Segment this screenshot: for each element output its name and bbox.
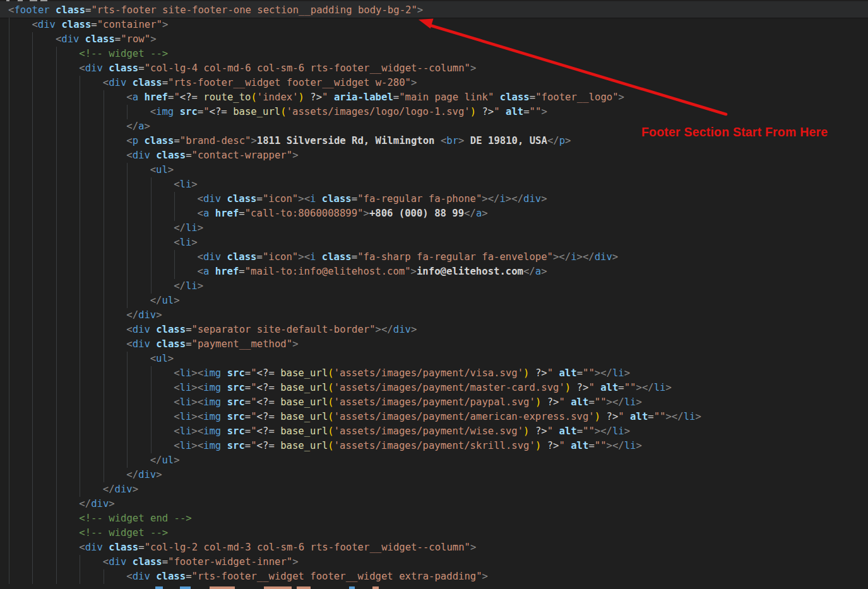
code-line-3[interactable]: <div class="row"> — [0, 32, 868, 47]
code-line-8[interactable]: <img src="<?= base_url('assets/images/lo… — [0, 105, 868, 119]
code-lines[interactable]: <footer class="rts-footer site-footer-on… — [0, 3, 868, 584]
code-line-2[interactable]: <div class="container"> — [0, 18, 868, 32]
code-line-25[interactable]: <ul> — [0, 352, 868, 366]
code-line-23[interactable]: <div class="separator site-default-borde… — [0, 323, 868, 337]
code-line-4[interactable]: <!-- widget --> — [0, 47, 868, 61]
code-line-12[interactable]: <ul> — [0, 163, 868, 177]
code-line-34[interactable]: </div> — [0, 482, 868, 497]
code-line-36[interactable]: <!-- widget end --> — [0, 511, 868, 526]
code-line-20[interactable]: </li> — [0, 279, 868, 294]
code-line-40[interactable]: <div class="rts-footer__widget footer__w… — [0, 569, 868, 584]
code-editor[interactable]: <footer class="rts-footer site-footer-on… — [0, 0, 868, 589]
editor-screenshot: { "annotation": { "label": "Footer Secti… — [0, 0, 868, 589]
code-line-29[interactable]: <li><img src="<?= base_url('assets/image… — [0, 410, 868, 424]
code-line-38[interactable]: <div class="col-lg-2 col-md-3 col-sm-6 r… — [0, 540, 868, 555]
code-line-10[interactable]: <p class="brand-desc">1811 Silverside Rd… — [0, 134, 868, 148]
code-line-1[interactable]: <footer class="rts-footer site-footer-on… — [0, 3, 868, 18]
code-line-33[interactable]: </div> — [0, 468, 868, 482]
code-line-14[interactable]: <div class="icon"><i class="fa-regular f… — [0, 192, 868, 206]
code-line-32[interactable]: </ul> — [0, 453, 868, 468]
code-line-6[interactable]: <div class="rts-footer__widget footer__w… — [0, 76, 868, 90]
code-line-27[interactable]: <li><img src="<?= base_url('assets/image… — [0, 381, 868, 395]
code-line-37[interactable]: <!-- widget --> — [0, 526, 868, 540]
code-line-26[interactable]: <li><img src="<?= base_url('assets/image… — [0, 366, 868, 381]
code-line-30[interactable]: <li><img src="<?= base_url('assets/image… — [0, 424, 868, 439]
code-line-22[interactable]: </div> — [0, 308, 868, 323]
clipped-line-top — [0, 0, 868, 2]
code-line-7[interactable]: <a href="<?= route_to('index') ?>" aria-… — [0, 90, 868, 105]
code-line-11[interactable]: <div class="contact-wrapper"> — [0, 148, 868, 163]
code-line-18[interactable]: <div class="icon"><i class="fa-sharp fa-… — [0, 250, 868, 265]
code-line-15[interactable]: <a href="call-to:8060008899">+806 (000) … — [0, 206, 868, 221]
code-line-19[interactable]: <a href="mail-to:info@elitehost.com">inf… — [0, 265, 868, 279]
code-line-16[interactable]: </li> — [0, 221, 868, 235]
code-line-39[interactable]: <div class="footer-widget-inner"> — [0, 555, 868, 569]
code-line-17[interactable]: <li> — [0, 235, 868, 250]
code-line-21[interactable]: </ul> — [0, 294, 868, 308]
code-line-24[interactable]: <div class="payment__method"> — [0, 337, 868, 352]
code-line-9[interactable]: </a> — [0, 119, 868, 134]
code-line-28[interactable]: <li><img src="<?= base_url('assets/image… — [0, 395, 868, 410]
code-line-5[interactable]: <div class="col-lg-4 col-md-6 col-sm-6 r… — [0, 61, 868, 76]
code-line-31[interactable]: <li><img src="<?= base_url('assets/image… — [0, 439, 868, 453]
clipped-line-bottom — [0, 586, 868, 589]
code-line-35[interactable]: </div> — [0, 497, 868, 511]
code-line-13[interactable]: <li> — [0, 177, 868, 192]
